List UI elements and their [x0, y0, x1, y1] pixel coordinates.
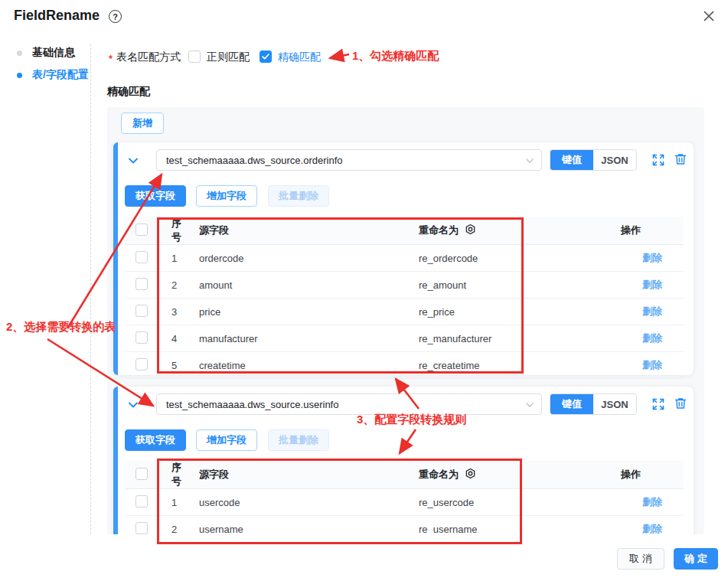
- cell-index: 5: [158, 352, 189, 379]
- delete-row-link[interactable]: 删除: [642, 496, 662, 508]
- step-bullet-icon: [17, 73, 22, 78]
- delete-row-link[interactable]: 删除: [642, 359, 662, 370]
- help-glyph: ?: [113, 12, 118, 21]
- cell-rename-field[interactable]: re_createtime: [409, 352, 621, 379]
- chevron-down-icon: [525, 400, 534, 412]
- table-row: 2 username re_username 删除: [125, 516, 684, 535]
- col-header-rename: 重命名为: [419, 468, 459, 481]
- exact-match-checkbox[interactable]: [260, 51, 272, 63]
- row-checkbox[interactable]: [135, 522, 148, 534]
- table-row: 1 ordercode re_ordercode 删除: [125, 245, 684, 272]
- trash-icon[interactable]: [674, 397, 687, 410]
- mode-json-button[interactable]: JSON: [593, 394, 636, 414]
- select-all-checkbox[interactable]: [135, 224, 148, 236]
- table-row: 3 price re_price 删除: [125, 299, 684, 325]
- sidebar-item-basic-info[interactable]: 基础信息: [17, 46, 75, 60]
- col-header-index: 序号: [158, 461, 189, 489]
- row-checkbox[interactable]: [135, 251, 148, 263]
- cell-source-field: manufacturer: [189, 325, 409, 352]
- trash-icon[interactable]: [674, 152, 687, 166]
- confirm-button[interactable]: 确定: [674, 548, 718, 570]
- cancel-button[interactable]: 取消: [617, 548, 664, 570]
- cell-source-field: createtime: [189, 352, 409, 379]
- gear-icon[interactable]: [465, 224, 476, 237]
- fetch-fields-button[interactable]: 获取字段: [125, 429, 186, 451]
- cell-rename-field[interactable]: re_manufacturer: [409, 325, 621, 352]
- help-icon[interactable]: ?: [109, 10, 122, 23]
- annotation-step3: 3、配置字段转换规则: [357, 413, 466, 427]
- table-name-value: test_schemaaaaa.dws_source.userinfo: [166, 399, 338, 410]
- col-header-source: 源字段: [189, 461, 409, 489]
- expand-icon[interactable]: [651, 153, 665, 167]
- row-checkbox[interactable]: [135, 495, 148, 508]
- cell-rename-field[interactable]: re_usercode: [409, 489, 621, 516]
- gear-icon[interactable]: [465, 468, 476, 481]
- table-row: 5 createtime re_createtime 删除: [125, 352, 684, 379]
- batch-delete-button[interactable]: 批量删除: [268, 429, 329, 451]
- cell-source-field: amount: [189, 272, 409, 299]
- mode-segmented-control: 键值 JSON: [550, 393, 637, 415]
- table-header-row: 序号 源字段 重命名为 操作: [125, 461, 684, 489]
- add-table-button[interactable]: 新增: [121, 113, 164, 134]
- field-mapping-table: 序号 源字段 重命名为 操作: [125, 217, 684, 379]
- delete-row-link[interactable]: 删除: [642, 279, 662, 290]
- row-checkbox[interactable]: [135, 278, 148, 290]
- table-name-select[interactable]: test_schemaaaaa.dws_source.userinfo: [156, 393, 542, 415]
- exact-match-panel: 新增 test_schemaaaaa.dws_source.orderinfo …: [107, 107, 704, 534]
- card-accent-bar: [113, 387, 118, 534]
- mode-keyvalue-button[interactable]: 键值: [550, 394, 593, 414]
- batch-delete-button[interactable]: 批量删除: [268, 185, 329, 207]
- field-rename-dialog: FieldRename ? 基础信息 表/字段配置 * 表名匹配方式 正则匹配 …: [0, 0, 728, 581]
- cell-index: 2: [158, 272, 189, 299]
- close-icon[interactable]: [701, 8, 717, 24]
- col-header-index: 序号: [158, 217, 189, 245]
- cell-source-field: ordercode: [189, 245, 409, 272]
- cell-index: 4: [158, 325, 189, 352]
- fetch-fields-button[interactable]: 获取字段: [125, 185, 186, 207]
- delete-row-link[interactable]: 删除: [642, 332, 662, 344]
- delete-row-link[interactable]: 删除: [642, 523, 662, 534]
- table-row: 2 amount re_amount 删除: [125, 272, 684, 299]
- cell-rename-field[interactable]: re_amount: [409, 272, 621, 299]
- table-name-value: test_schemaaaaa.dws_source.orderinfo: [166, 155, 343, 166]
- cell-rename-field[interactable]: re_ordercode: [409, 245, 621, 272]
- regex-match-label: 正则匹配: [207, 51, 250, 64]
- delete-row-link[interactable]: 删除: [642, 305, 662, 317]
- cell-index: 1: [158, 245, 189, 272]
- select-all-checkbox[interactable]: [135, 468, 148, 480]
- match-mode-label: 表名匹配方式: [116, 51, 181, 64]
- mode-keyvalue-button[interactable]: 键值: [550, 150, 593, 170]
- expand-icon[interactable]: [651, 397, 665, 411]
- cell-rename-field[interactable]: re_price: [409, 299, 621, 325]
- col-header-action: 操作: [621, 217, 684, 245]
- add-field-button[interactable]: 增加字段: [196, 185, 257, 207]
- table-config-card-orderinfo: test_schemaaaaa.dws_source.orderinfo 键值 …: [113, 142, 694, 375]
- row-checkbox[interactable]: [135, 358, 148, 370]
- col-header-source: 源字段: [189, 217, 409, 245]
- sidebar-item-table-field-config[interactable]: 表/字段配置: [17, 68, 89, 82]
- sidebar-item-label: 表/字段配置: [32, 68, 89, 82]
- collapse-chevron-icon[interactable]: [126, 398, 140, 412]
- page-title: FieldRename: [14, 8, 100, 24]
- collapse-chevron-icon[interactable]: [126, 154, 140, 168]
- table-header-row: 序号 源字段 重命名为 操作: [125, 217, 684, 245]
- mode-json-button[interactable]: JSON: [593, 150, 636, 170]
- cell-source-field: username: [189, 516, 409, 535]
- row-checkbox[interactable]: [135, 305, 148, 317]
- annotation-step2: 2、选择需要转换的表: [6, 320, 116, 335]
- table-row: 4 manufacturer re_manufacturer 删除: [125, 325, 684, 352]
- exact-match-label: 精确匹配: [278, 51, 321, 64]
- delete-row-link[interactable]: 删除: [642, 252, 662, 263]
- card-accent-bar: [113, 142, 118, 375]
- annotation-step1: 1、勾选精确匹配: [352, 49, 439, 64]
- cell-rename-field[interactable]: re_username: [409, 516, 621, 535]
- sidebar-divider: [90, 44, 91, 534]
- required-mark: *: [109, 53, 113, 64]
- add-field-button[interactable]: 增加字段: [196, 429, 257, 451]
- table-config-card-userinfo: test_schemaaaaa.dws_source.userinfo 键值 J…: [113, 387, 694, 534]
- chevron-down-icon: [525, 156, 534, 168]
- table-name-select[interactable]: test_schemaaaaa.dws_source.orderinfo: [156, 149, 542, 171]
- regex-match-checkbox[interactable]: [188, 51, 201, 63]
- step-bullet-icon: [17, 51, 22, 56]
- row-checkbox[interactable]: [135, 331, 148, 344]
